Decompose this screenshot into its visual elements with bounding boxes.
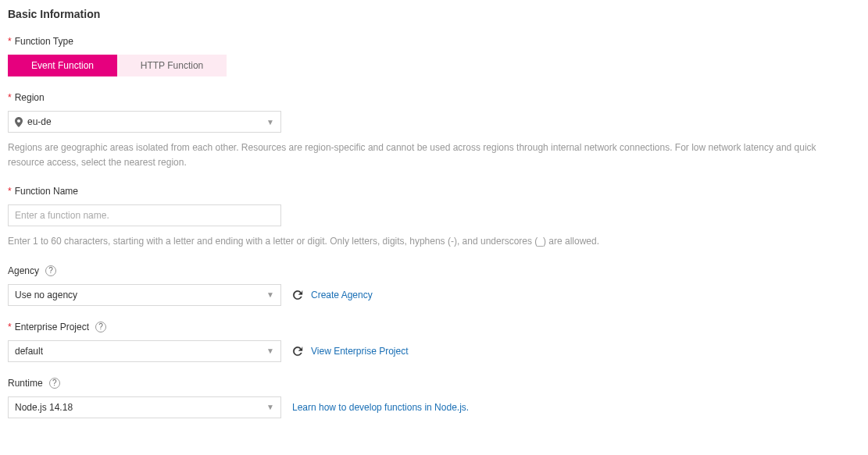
enterprise-project-value: default	[15, 346, 43, 357]
region-label: * Region	[8, 92, 860, 103]
function-type-tabs: Event Function HTTP Function	[8, 55, 860, 76]
region-label-text: Region	[15, 92, 45, 103]
view-enterprise-project-link[interactable]: View Enterprise Project	[311, 346, 409, 357]
function-name-input[interactable]	[8, 204, 281, 226]
function-name-label: * Function Name	[8, 186, 860, 197]
help-icon[interactable]: ?	[49, 378, 60, 389]
region-helper: Regions are geographic areas isolated fr…	[8, 140, 852, 170]
function-name-label-text: Function Name	[15, 186, 78, 197]
chevron-down-icon: ▼	[266, 347, 274, 355]
chevron-down-icon: ▼	[266, 403, 274, 411]
enterprise-project-label: * Enterprise Project ?	[8, 322, 860, 332]
required-asterisk: *	[8, 92, 12, 103]
enterprise-project-label-text: Enterprise Project	[15, 322, 89, 332]
agency-select[interactable]: Use no agency ▼	[8, 284, 281, 306]
region-field: * Region eu-de ▼ Regions are geographic …	[8, 92, 860, 170]
region-value: eu-de	[27, 116, 52, 127]
function-type-label: * Function Type	[8, 36, 860, 47]
runtime-value: Node.js 14.18	[15, 402, 73, 413]
refresh-icon[interactable]	[292, 290, 303, 300]
region-select[interactable]: eu-de ▼	[8, 111, 281, 133]
required-asterisk: *	[8, 36, 12, 47]
function-type-field: * Function Type Event Function HTTP Func…	[8, 36, 860, 76]
enterprise-project-field: * Enterprise Project ? default ▼ View En…	[8, 322, 860, 362]
runtime-field: Runtime ? Node.js 14.18 ▼ Learn how to d…	[8, 378, 860, 418]
refresh-icon[interactable]	[292, 346, 303, 357]
function-name-helper: Enter 1 to 60 characters, starting with …	[8, 234, 852, 249]
help-icon[interactable]: ?	[95, 322, 106, 332]
chevron-down-icon: ▼	[266, 290, 274, 299]
pin-icon	[15, 117, 23, 127]
tab-http-function[interactable]: HTTP Function	[117, 55, 227, 76]
runtime-label-text: Runtime	[8, 378, 43, 389]
function-name-field: * Function Name Enter 1 to 60 characters…	[8, 186, 860, 249]
agency-field: Agency ? Use no agency ▼ Create Agency	[8, 265, 860, 306]
agency-value: Use no agency	[15, 290, 77, 300]
section-title: Basic Information	[8, 8, 860, 20]
agency-label-text: Agency	[8, 265, 39, 276]
runtime-label: Runtime ?	[8, 378, 860, 389]
required-asterisk: *	[8, 322, 12, 332]
enterprise-project-select[interactable]: default ▼	[8, 340, 281, 362]
tab-event-function[interactable]: Event Function	[8, 55, 117, 76]
create-agency-link[interactable]: Create Agency	[311, 290, 373, 300]
chevron-down-icon: ▼	[266, 118, 274, 126]
required-asterisk: *	[8, 186, 12, 197]
function-type-label-text: Function Type	[15, 36, 73, 47]
agency-label: Agency ?	[8, 265, 860, 276]
runtime-select[interactable]: Node.js 14.18 ▼	[8, 396, 281, 418]
runtime-learn-link[interactable]: Learn how to develop functions in Node.j…	[292, 402, 469, 413]
help-icon[interactable]: ?	[45, 265, 56, 276]
